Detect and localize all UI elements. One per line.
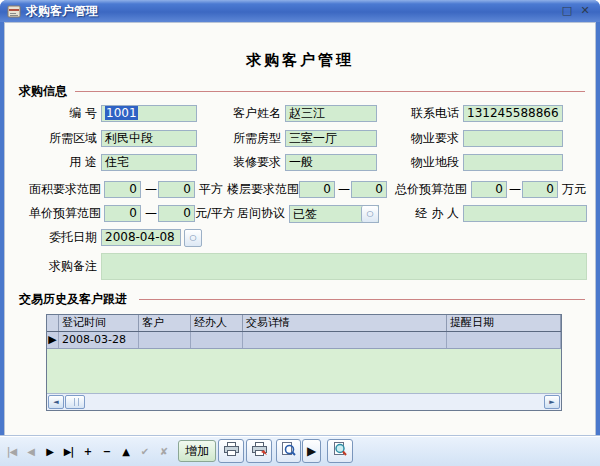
- preview-button[interactable]: [276, 439, 301, 463]
- code-field[interactable]: 1001: [101, 105, 197, 122]
- nav-prior-button[interactable]: ◀: [21, 443, 40, 460]
- nav-next-button[interactable]: ▶: [40, 443, 59, 460]
- grid-header-customer[interactable]: 客户: [139, 315, 191, 331]
- nav-edit-button[interactable]: ▲: [116, 443, 135, 460]
- total-price-to-field[interactable]: 0: [522, 181, 558, 198]
- label-remark: 求购备注: [11, 258, 97, 275]
- area-from-field[interactable]: 0: [104, 181, 141, 198]
- run-button[interactable]: ▶: [302, 439, 321, 463]
- preview-magnifier-icon: [281, 442, 296, 461]
- label-house-type: 所需房型: [191, 130, 281, 147]
- grid-header-details[interactable]: 交易详情: [243, 315, 447, 331]
- code-selected-text: 1001: [105, 106, 138, 120]
- add-button[interactable]: 增加: [178, 440, 216, 462]
- scrollbar-thumb[interactable]: [65, 395, 85, 409]
- area-to-field[interactable]: 0: [158, 181, 195, 198]
- total-price-unit: 万元: [562, 181, 586, 198]
- total-price-dash: —: [509, 181, 521, 198]
- usage-field[interactable]: 住宅: [101, 154, 197, 171]
- label-agreement: 居间协议: [235, 205, 285, 222]
- cell-details: [243, 332, 447, 348]
- region-field[interactable]: 利民中段: [101, 130, 197, 147]
- area-unit: 平方: [199, 181, 223, 198]
- unit-price-to-field[interactable]: 0: [158, 205, 195, 222]
- label-area-range: 面积要求范围: [7, 181, 101, 198]
- unit-price-unit: 元/平方: [195, 205, 235, 222]
- db-navigator: |◀ ◀ ▶ ▶| + − ▲ ✔ ✘: [2, 443, 173, 460]
- history-grid: 登记时间 客户 经办人 交易详情 提醒日期 ▶ 2008-03-28 ◄ ►: [46, 314, 562, 411]
- area-range-dash: —: [145, 181, 157, 198]
- floor-to-field[interactable]: 0: [351, 181, 387, 198]
- print-button[interactable]: [218, 439, 244, 463]
- grid-header-regdate[interactable]: 登记时间: [59, 315, 139, 331]
- window-title: 求购客户管理: [26, 3, 558, 20]
- cell-customer: [139, 332, 191, 348]
- app-icon: [6, 3, 22, 19]
- section-divider-2: [139, 299, 585, 300]
- nav-last-button[interactable]: ▶|: [59, 443, 78, 460]
- label-entrust-date: 委托日期: [11, 229, 97, 246]
- row-indicator-icon: ▶: [47, 332, 59, 348]
- nav-insert-button[interactable]: +: [78, 443, 97, 460]
- section-divider: [75, 91, 585, 92]
- grid-header-operator[interactable]: 经办人: [191, 315, 243, 331]
- nav-delete-button[interactable]: −: [97, 443, 116, 460]
- search-document-icon: [332, 442, 348, 461]
- unit-price-from-field[interactable]: 0: [104, 205, 141, 222]
- title-bar[interactable]: 求购客户管理 □ ✕: [0, 0, 600, 22]
- customer-name-field[interactable]: 赵三江: [285, 105, 377, 122]
- agreement-combobox[interactable]: 已签 ○: [289, 205, 379, 223]
- label-decoration: 装修要求: [191, 154, 281, 171]
- label-operator: 经 办 人: [371, 205, 459, 222]
- property-req-field[interactable]: [463, 130, 563, 147]
- section-title-history: 交易历史及客户跟进: [19, 291, 127, 308]
- cell-regdate: 2008-03-28: [59, 332, 139, 348]
- print-export-button[interactable]: [246, 439, 272, 463]
- label-unit-price-range: 单价预算范围: [7, 205, 101, 222]
- remark-textarea[interactable]: [101, 253, 587, 280]
- nav-first-button[interactable]: |◀: [2, 443, 21, 460]
- label-total-price-range: 总价预算范围: [391, 181, 467, 198]
- printer-icon: [223, 442, 240, 461]
- close-button[interactable]: ✕: [576, 3, 594, 19]
- entrust-date-dropdown-icon[interactable]: ○: [184, 229, 202, 247]
- grid-header-reminder[interactable]: 提醒日期: [447, 315, 561, 331]
- app-window: 求购客户管理 □ ✕ 求购客户管理 求购信息 编 号 1001 客户姓名 赵三江…: [0, 0, 600, 466]
- cell-operator: [191, 332, 243, 348]
- label-phone: 联系电话: [369, 105, 459, 122]
- grid-horizontal-scrollbar[interactable]: ◄ ►: [47, 393, 561, 410]
- table-row[interactable]: ▶ 2008-03-28: [47, 332, 561, 349]
- page-title: 求购客户管理: [5, 51, 595, 70]
- floor-from-field[interactable]: 0: [299, 181, 335, 198]
- scroll-right-icon[interactable]: ►: [544, 395, 560, 409]
- grid-header-row: 登记时间 客户 经办人 交易详情 提醒日期: [47, 315, 561, 332]
- property-location-field[interactable]: [463, 154, 563, 171]
- form-area: 求购客户管理 求购信息 编 号 1001 客户姓名 赵三江 联系电话 13124…: [4, 22, 596, 462]
- label-customer-name: 客户姓名: [191, 105, 281, 122]
- grid-header-indicator: [47, 315, 59, 331]
- decoration-field[interactable]: 一般: [285, 154, 377, 171]
- printer-arrow-icon: [251, 442, 268, 461]
- section-title-info: 求购信息: [19, 83, 67, 100]
- search-button[interactable]: [327, 439, 353, 463]
- phone-field[interactable]: 131245588866: [463, 105, 563, 122]
- label-usage: 用 途: [11, 154, 97, 171]
- cell-reminder: [447, 332, 561, 348]
- label-property-location: 物业地段: [369, 154, 459, 171]
- label-floor-range: 楼层要求范围: [227, 181, 293, 198]
- nav-cancel-button[interactable]: ✘: [154, 443, 173, 460]
- entrust-date-field[interactable]: 2008-04-08: [101, 229, 181, 246]
- scroll-left-icon[interactable]: ◄: [48, 395, 64, 409]
- label-region: 所需区域: [11, 130, 97, 147]
- label-code: 编 号: [11, 105, 97, 122]
- operator-field[interactable]: [463, 205, 587, 222]
- play-icon: ▶: [307, 440, 316, 462]
- total-price-from-field[interactable]: 0: [471, 181, 507, 198]
- nav-post-button[interactable]: ✔: [135, 443, 154, 460]
- bottom-toolbar: |◀ ◀ ▶ ▶| + − ▲ ✔ ✘ 增加: [0, 437, 600, 466]
- agreement-value: 已签: [290, 206, 361, 222]
- maximize-button[interactable]: □: [558, 3, 576, 19]
- house-type-field[interactable]: 三室一厅: [285, 130, 377, 147]
- label-property-req: 物业要求: [369, 130, 459, 147]
- floor-range-dash: —: [338, 181, 350, 198]
